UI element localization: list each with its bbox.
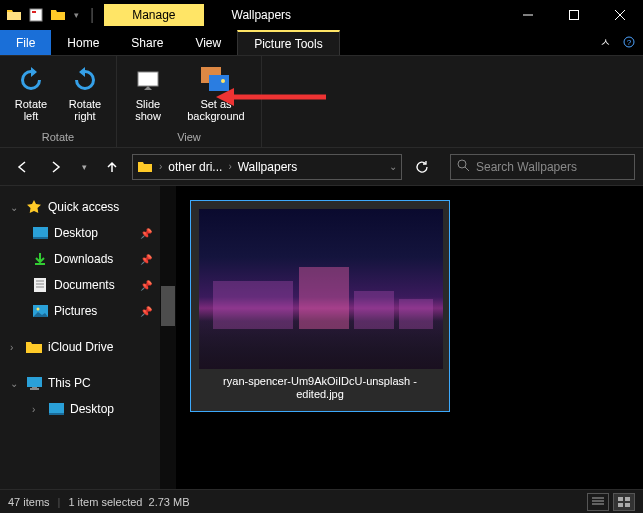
address-bar: ▾ › other dri... › Wallpapers ⌄ bbox=[0, 148, 643, 186]
svg-rect-29 bbox=[49, 413, 64, 415]
sidebar-quick-access[interactable]: ⌄ Quick access bbox=[0, 194, 160, 220]
thumbnail-image bbox=[199, 209, 443, 369]
breadcrumb[interactable]: › other dri... › Wallpapers ⌄ bbox=[132, 154, 402, 180]
breadcrumb-segment[interactable]: other dri... bbox=[168, 160, 222, 174]
rotate-left-button[interactable]: Rotate left bbox=[6, 60, 56, 122]
ribbon-group-label: View bbox=[177, 131, 201, 147]
close-button[interactable] bbox=[597, 0, 643, 30]
svg-rect-35 bbox=[618, 503, 623, 507]
sidebar-label: Pictures bbox=[54, 304, 97, 318]
folder-icon bbox=[26, 339, 42, 355]
file-item-selected[interactable]: ryan-spencer-Um9AkOiIDcU-unsplash - edit… bbox=[190, 200, 450, 412]
scrollbar-thumb[interactable] bbox=[161, 286, 175, 326]
sidebar-label: Documents bbox=[54, 278, 115, 292]
svg-rect-28 bbox=[49, 403, 64, 413]
downloads-icon bbox=[32, 251, 48, 267]
details-view-button[interactable] bbox=[587, 493, 609, 511]
window-title: Wallpapers bbox=[232, 8, 292, 22]
status-bar: 47 items | 1 item selected 2.73 MB bbox=[0, 489, 643, 513]
chevron-right-icon[interactable]: › bbox=[32, 404, 42, 415]
sidebar-label: Desktop bbox=[70, 402, 114, 416]
maximize-button[interactable] bbox=[551, 0, 597, 30]
properties-icon[interactable] bbox=[26, 5, 46, 25]
search-input[interactable] bbox=[476, 160, 628, 174]
svg-point-14 bbox=[458, 160, 466, 168]
separator: | bbox=[90, 6, 94, 24]
sidebar-item-downloads[interactable]: Downloads 📌 bbox=[0, 246, 160, 272]
svg-rect-8 bbox=[138, 72, 158, 86]
status-size: 2.73 MB bbox=[149, 496, 190, 508]
tab-home[interactable]: Home bbox=[51, 30, 115, 55]
svg-rect-34 bbox=[625, 497, 630, 501]
help-icon[interactable]: ? bbox=[623, 34, 635, 52]
forward-button[interactable] bbox=[42, 153, 70, 181]
status-item-count: 47 items bbox=[8, 496, 50, 508]
svg-rect-1 bbox=[32, 11, 36, 13]
desktop-icon bbox=[32, 225, 48, 241]
ribbon-tabs: File Home Share View Picture Tools ㅅ ? bbox=[0, 30, 643, 56]
svg-text:?: ? bbox=[627, 38, 632, 47]
slideshow-button[interactable]: Slide show bbox=[123, 60, 173, 122]
title-bar: ▾ | Manage Wallpapers bbox=[0, 0, 643, 30]
rotate-right-button[interactable]: Rotate right bbox=[60, 60, 110, 122]
svg-rect-36 bbox=[625, 503, 630, 507]
tab-share[interactable]: Share bbox=[115, 30, 179, 55]
pin-icon: 📌 bbox=[140, 306, 152, 317]
file-list[interactable]: ryan-spencer-Um9AkOiIDcU-unsplash - edit… bbox=[176, 186, 643, 489]
sidebar-label: Quick access bbox=[48, 200, 119, 214]
tab-view[interactable]: View bbox=[179, 30, 237, 55]
back-button[interactable] bbox=[8, 153, 36, 181]
desktop-icon bbox=[48, 401, 64, 417]
chevron-right-icon[interactable]: › bbox=[228, 161, 231, 172]
window-controls bbox=[505, 0, 643, 30]
svg-line-15 bbox=[465, 167, 469, 171]
tab-picture-tools[interactable]: Picture Tools bbox=[237, 30, 339, 55]
documents-icon bbox=[32, 277, 48, 293]
rotate-left-icon bbox=[15, 64, 47, 96]
ribbon-group-label: Rotate bbox=[42, 131, 74, 147]
sidebar-label: iCloud Drive bbox=[48, 340, 113, 354]
pin-icon: 📌 bbox=[140, 254, 152, 265]
svg-rect-33 bbox=[618, 497, 623, 501]
up-button[interactable] bbox=[98, 153, 126, 181]
search-icon bbox=[457, 158, 470, 176]
folder-icon bbox=[137, 159, 153, 175]
search-box[interactable] bbox=[450, 154, 635, 180]
pictures-icon bbox=[32, 303, 48, 319]
svg-rect-16 bbox=[33, 227, 48, 237]
file-tab[interactable]: File bbox=[0, 30, 51, 55]
new-folder-icon[interactable] bbox=[48, 5, 68, 25]
refresh-button[interactable] bbox=[408, 153, 436, 181]
this-pc-icon bbox=[26, 375, 42, 391]
folder-icon[interactable] bbox=[4, 5, 24, 25]
navigation-pane: ⌄ Quick access Desktop 📌 Downloads 📌 Doc… bbox=[0, 186, 160, 489]
chevron-right-icon[interactable]: › bbox=[10, 342, 20, 353]
context-tab-manage[interactable]: Manage bbox=[104, 4, 203, 26]
svg-rect-17 bbox=[33, 237, 48, 239]
pin-icon: 📌 bbox=[140, 228, 152, 239]
sidebar-item-desktop[interactable]: Desktop 📌 bbox=[0, 220, 160, 246]
chevron-down-icon[interactable]: ⌄ bbox=[10, 378, 20, 389]
sidebar-label: Desktop bbox=[54, 226, 98, 240]
qat-dropdown-icon[interactable]: ▾ bbox=[70, 5, 82, 25]
svg-rect-27 bbox=[30, 388, 39, 390]
chevron-down-icon[interactable]: ⌄ bbox=[10, 202, 20, 213]
sidebar-icloud-drive[interactable]: › iCloud Drive bbox=[0, 334, 160, 360]
sidebar-scrollbar[interactable] bbox=[160, 186, 176, 489]
recent-locations-button[interactable]: ▾ bbox=[76, 153, 92, 181]
file-name-label: ryan-spencer-Um9AkOiIDcU-unsplash - edit… bbox=[199, 369, 441, 403]
chevron-right-icon[interactable]: › bbox=[159, 161, 162, 172]
sidebar-label: This PC bbox=[48, 376, 91, 390]
sidebar-item-documents[interactable]: Documents 📌 bbox=[0, 272, 160, 298]
svg-rect-19 bbox=[34, 278, 46, 292]
ribbon-group-rotate: Rotate left Rotate right Rotate bbox=[0, 56, 117, 147]
thumbnails-view-button[interactable] bbox=[613, 493, 635, 511]
svg-rect-26 bbox=[32, 387, 37, 388]
ribbon-collapse-icon[interactable]: ㅅ bbox=[600, 35, 611, 50]
breadcrumb-segment[interactable]: Wallpapers bbox=[238, 160, 298, 174]
minimize-button[interactable] bbox=[505, 0, 551, 30]
sidebar-this-pc[interactable]: ⌄ This PC bbox=[0, 370, 160, 396]
sidebar-item-desktop-pc[interactable]: › Desktop bbox=[0, 396, 160, 422]
history-dropdown-icon[interactable]: ⌄ bbox=[389, 161, 397, 172]
sidebar-item-pictures[interactable]: Pictures 📌 bbox=[0, 298, 160, 324]
